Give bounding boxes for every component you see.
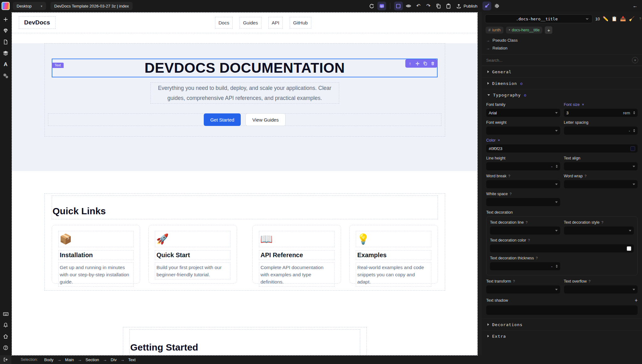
help-hint[interactable]: ?	[526, 221, 528, 224]
section-general[interactable]: General	[482, 66, 642, 77]
class-token[interactable]: • docs-hero__title	[506, 27, 542, 34]
hero-title-selected[interactable]: DEVDOCS DOCUMENTATION	[52, 59, 438, 77]
nav-link-guides[interactable]: Guides	[239, 17, 261, 29]
grid-view-icon[interactable]	[377, 2, 386, 10]
breadcrumb-body[interactable]: Body	[42, 357, 55, 363]
layers-icon[interactable]	[1, 49, 10, 58]
section-extra[interactable]: Extra	[482, 330, 642, 342]
line-height-input[interactable]: -	[486, 162, 560, 170]
shortcuts-keyboard-icon[interactable]	[1, 309, 10, 319]
delete-trash-icon[interactable]	[429, 60, 436, 67]
help-hint[interactable]: ?	[601, 221, 603, 224]
add-component-icon[interactable]	[1, 15, 10, 24]
color-swatch[interactable]	[630, 146, 635, 151]
getting-started-heading-box[interactable]: Getting Started	[129, 329, 360, 355]
help-hint[interactable]: ?	[536, 256, 538, 260]
frame-tool-icon[interactable]	[394, 2, 403, 10]
font-weight-select[interactable]	[486, 127, 560, 135]
section-decorations[interactable]: Decorations	[482, 319, 642, 330]
app-logo-icon[interactable]	[2, 2, 10, 10]
section-typography[interactable]: Typography o	[482, 89, 642, 101]
section-dimension[interactable]: Dimension o	[482, 77, 642, 89]
help-hint[interactable]: ?	[508, 174, 510, 178]
card-quick-start[interactable]: 🚀 Quick Start Build your first project w…	[148, 225, 237, 283]
pseudo-class-row[interactable]: → Pseudo Class	[482, 36, 642, 44]
id-token[interactable]: # iunth	[486, 27, 503, 34]
word-wrap-select[interactable]	[564, 180, 638, 188]
property-search-input[interactable]	[486, 58, 632, 63]
letter-spacing-stepper[interactable]	[633, 129, 635, 132]
hero-container[interactable]: DEVDOCS DOCUMENTATION Everything you nee…	[45, 43, 445, 137]
help-icon[interactable]	[1, 343, 10, 352]
line-height-stepper[interactable]	[556, 165, 558, 168]
text-decoration-color-swatch[interactable]	[627, 246, 631, 251]
card-api-reference[interactable]: 📖 API Reference Complete API documentati…	[252, 225, 341, 283]
hero-section[interactable]: Text ↑	[12, 43, 477, 171]
edit-pencil-icon[interactable]: ✏️	[603, 16, 608, 22]
help-hint[interactable]: ?	[639, 17, 641, 21]
project-title[interactable]: DevDocs Template 2026-03-27 3z | index	[50, 2, 133, 10]
text-decoration-color-input[interactable]	[490, 244, 634, 252]
redo-icon[interactable]: ↷	[424, 2, 433, 10]
text-overflow-select[interactable]	[564, 285, 638, 294]
nav-link-github[interactable]: GitHub	[290, 17, 311, 29]
copy-styles-clipboard-icon[interactable]: 📋	[611, 16, 617, 22]
notifications-bell-icon[interactable]	[1, 320, 10, 330]
publish-button[interactable]: Publish	[456, 3, 477, 9]
view-guides-button[interactable]: View Guides	[245, 113, 286, 126]
duplicate-icon[interactable]	[421, 60, 429, 67]
exit-icon[interactable]	[0, 355, 11, 364]
text-decoration-line-select[interactable]	[490, 226, 560, 235]
letter-spacing-input[interactable]: -	[564, 127, 638, 135]
breadcrumb-section[interactable]: Section	[84, 357, 101, 363]
card-examples[interactable]: 💡 Examples Real-world examples and code …	[349, 225, 438, 283]
color-input[interactable]: #0f0f23	[486, 144, 638, 153]
text-transform-select[interactable]	[486, 285, 560, 294]
plugins-gears-icon[interactable]	[1, 71, 10, 81]
add-token-button[interactable]: +	[545, 26, 552, 34]
text-shadow-list[interactable]	[486, 305, 638, 315]
home-icon[interactable]	[1, 332, 10, 341]
move-icon[interactable]	[414, 60, 421, 67]
relation-row[interactable]: → Relation	[482, 44, 642, 52]
typography-icon[interactable]: A	[1, 60, 10, 69]
select-parent-icon[interactable]: ↑	[406, 60, 414, 67]
style-brush-icon[interactable]	[482, 2, 491, 10]
settings-gear-icon[interactable]	[492, 2, 501, 10]
device-selector[interactable]: Desktop ▾	[13, 2, 46, 10]
breadcrumb-text[interactable]: Text	[126, 357, 138, 363]
collapse-panel-icon[interactable]: ←	[631, 2, 639, 10]
font-size-unit[interactable]: rem	[623, 111, 630, 115]
card-installation[interactable]: 📦 Installation Get up and running in min…	[52, 225, 140, 283]
help-hint[interactable]: ?	[585, 174, 587, 178]
import-inbox-icon[interactable]: 📥	[620, 16, 626, 22]
breadcrumb-main[interactable]: Main	[63, 357, 76, 363]
font-family-select[interactable]: Arial	[486, 109, 560, 117]
clear-styles-broom-icon[interactable]: 🧹	[629, 16, 635, 22]
breadcrumb-div[interactable]: Div	[109, 357, 118, 363]
hero-description[interactable]: Everything you need to build, deploy, an…	[150, 82, 339, 104]
undo-icon[interactable]: ↶	[414, 2, 423, 10]
text-decoration-thickness-stepper[interactable]	[556, 265, 558, 268]
help-hint[interactable]: ?	[588, 279, 590, 283]
quick-links-section[interactable]: Quick Links 📦 Installation Get up and ru…	[45, 193, 445, 291]
page-body[interactable]: DevDocs Docs Guides API GitHub Text ↑	[12, 13, 477, 355]
quick-links-heading-box[interactable]: Quick Links	[52, 195, 438, 219]
text-decoration-thickness-input[interactable]: -	[490, 262, 560, 270]
copy-icon[interactable]	[434, 2, 443, 10]
help-hint[interactable]: ?	[510, 192, 512, 196]
get-started-button[interactable]: Get Started	[204, 113, 241, 126]
remove-property-icon[interactable]: ×	[582, 102, 584, 107]
text-align-select[interactable]	[564, 162, 638, 170]
marketplace-gem-icon[interactable]	[1, 26, 10, 35]
sync-icon[interactable]	[367, 2, 376, 10]
style-source-select[interactable]: .docs-hero__title	[485, 14, 592, 23]
text-decoration-style-select[interactable]	[564, 226, 634, 235]
getting-started-section[interactable]: Getting Started Follow these steps to ge…	[123, 327, 367, 355]
preview-eye-icon[interactable]	[404, 2, 413, 10]
add-text-shadow-icon[interactable]: +	[635, 298, 638, 303]
page-nav[interactable]: DevDocs Docs Guides API GitHub	[12, 13, 477, 33]
font-size-input[interactable]: 3 rem	[564, 109, 638, 117]
nav-link-api[interactable]: API	[268, 17, 283, 29]
word-break-select[interactable]	[486, 180, 560, 188]
